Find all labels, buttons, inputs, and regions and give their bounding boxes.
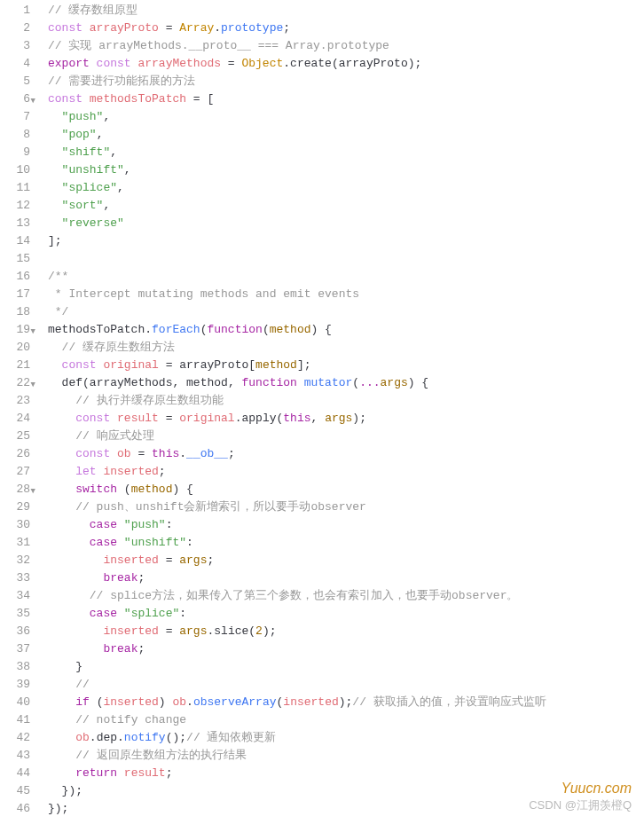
fold-icon[interactable]: ▼ (31, 92, 35, 110)
code-line: // 需要进行功能拓展的方法 (48, 73, 644, 90)
line-number: 8 (5, 126, 30, 144)
line-number: 7 (5, 108, 30, 126)
code-line: "shift", (48, 144, 644, 161)
line-number: 14 (5, 232, 30, 250)
code-line: if (inserted) ob.observeArray(inserted);… (48, 694, 644, 711)
line-number: 18 (5, 303, 30, 321)
code-line: case "push": (48, 516, 644, 534)
line-number: 44 (5, 765, 30, 782)
line-number: 17 (5, 286, 30, 303)
line-number: 3 (5, 37, 30, 55)
code-line: const methodsToPatch = [ (48, 90, 644, 108)
code-line: break; (48, 640, 644, 658)
code-line: * Intercept mutating methods and emit ev… (48, 286, 644, 303)
code-line: // 缓存原生数组方法 (48, 339, 644, 357)
line-number: 34 (5, 587, 30, 605)
line-number: 5 (5, 73, 30, 90)
code-line: let inserted; (48, 463, 644, 481)
line-number: 36 (5, 623, 30, 640)
watermark: Yuucn.com (562, 781, 632, 797)
code-line (48, 250, 644, 268)
line-number: 9 (5, 144, 30, 161)
line-number: 15 (5, 250, 30, 268)
code-line: "sort", (48, 197, 644, 215)
line-number: 22▼ (5, 374, 30, 392)
line-number: 25 (5, 428, 30, 445)
line-number: 39 (5, 676, 30, 694)
code-line: "splice", (48, 179, 644, 197)
code-line: export const arrayMethods = Object.creat… (48, 55, 644, 73)
line-number: 10 (5, 161, 30, 179)
code-line: ]; (48, 232, 644, 250)
code-line: const arrayProto = Array.prototype; (48, 20, 644, 37)
code-line: inserted = args.slice(2); (48, 623, 644, 640)
line-number: 43 (5, 747, 30, 765)
line-number: 29 (5, 499, 30, 516)
line-number: 26 (5, 445, 30, 463)
code-line: ob.dep.notify();// 通知依赖更新 (48, 729, 644, 747)
code-line: */ (48, 303, 644, 321)
fold-icon[interactable]: ▼ (31, 483, 35, 500)
code-line: "pop", (48, 126, 644, 144)
code-line: "reverse" (48, 215, 644, 232)
code-editor: 123456▼78910111213141516171819▼202122▼23… (0, 0, 644, 818)
line-number: 24 (5, 410, 30, 428)
code-line: return result; (48, 765, 644, 782)
line-number: 2 (5, 20, 30, 37)
line-number: 45 (5, 782, 30, 800)
line-number: 38 (5, 658, 30, 676)
code-line: // (48, 676, 644, 694)
line-number: 16 (5, 268, 30, 286)
code-line: // 实现 arrayMethods.__proto__ === Array.p… (48, 37, 644, 55)
code-line: // 响应式处理 (48, 428, 644, 445)
code-line: // notify change (48, 711, 644, 729)
line-number: 6▼ (5, 90, 30, 108)
line-number: 37 (5, 640, 30, 658)
code-line: break; (48, 569, 644, 587)
line-number: 30 (5, 516, 30, 534)
line-number: 40 (5, 694, 30, 711)
code-line: /** (48, 268, 644, 286)
code-line: case "unshift": (48, 534, 644, 552)
code-line: switch (method) { (48, 481, 644, 499)
line-number: 21 (5, 357, 30, 374)
code-line: // splice方法，如果传入了第三个参数，也会有索引加入，也要手动obser… (48, 587, 644, 605)
code-line: } (48, 658, 644, 676)
line-number: 31 (5, 534, 30, 552)
code-line: "unshift", (48, 161, 644, 179)
code-line: // 缓存数组原型 (48, 2, 644, 20)
line-number: 12 (5, 197, 30, 215)
line-number: 4 (5, 55, 30, 73)
code-line: case "splice": (48, 605, 644, 623)
line-number: 1 (5, 2, 30, 20)
line-number-gutter: 123456▼78910111213141516171819▼202122▼23… (0, 2, 39, 818)
line-number: 19▼ (5, 321, 30, 339)
line-number: 27 (5, 463, 30, 481)
fold-icon[interactable]: ▼ (31, 323, 35, 341)
code-line: // 执行并缓存原生数组功能 (48, 392, 644, 410)
code-line: const result = original.apply(this, args… (48, 410, 644, 428)
code-line: inserted = args; (48, 552, 644, 569)
line-number: 28▼ (5, 481, 30, 499)
line-number: 33 (5, 569, 30, 587)
code-line: "push", (48, 108, 644, 126)
code-content: // 缓存数组原型const arrayProto = Array.protot… (39, 2, 644, 818)
line-number: 32 (5, 552, 30, 569)
line-number: 20 (5, 339, 30, 357)
author-attribution: CSDN @江拥羡橙Q (529, 797, 632, 813)
line-number: 35 (5, 605, 30, 623)
line-number: 13 (5, 215, 30, 232)
line-number: 42 (5, 729, 30, 747)
code-line: // 返回原生数组方法的执行结果 (48, 747, 644, 765)
line-number: 41 (5, 711, 30, 729)
code-line: def(arrayMethods, method, function mutat… (48, 374, 644, 392)
fold-icon[interactable]: ▼ (31, 376, 35, 394)
code-line: const original = arrayProto[method]; (48, 357, 644, 374)
line-number: 11 (5, 179, 30, 197)
line-number: 46 (5, 800, 30, 818)
code-line: // push、unshift会新增索引，所以要手动observer (48, 499, 644, 516)
line-number: 23 (5, 392, 30, 410)
code-line: methodsToPatch.forEach(function(method) … (48, 321, 644, 339)
code-line: const ob = this.__ob__; (48, 445, 644, 463)
